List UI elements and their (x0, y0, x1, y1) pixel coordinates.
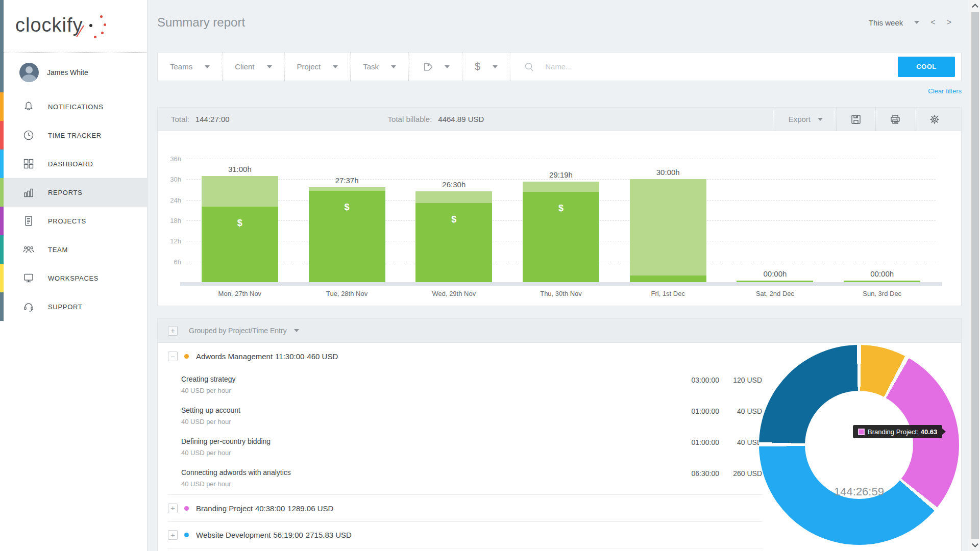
clear-filters-link[interactable]: Clear filters (928, 87, 962, 95)
bar-sun[interactable]: 00:00h (828, 159, 936, 282)
document-icon (22, 215, 35, 227)
bar-chart-plot: 36h30h24h18h12h6h31:00h$27:37h$26:30h$29… (186, 159, 936, 282)
page-scrollbar[interactable] (970, 0, 980, 551)
sidebar-item-workspaces[interactable]: WORKSPACES (0, 264, 147, 292)
filter-project-dropdown[interactable]: Project (285, 53, 351, 81)
entry-duration: 03:00:00 (692, 376, 720, 384)
user-profile[interactable]: James White (0, 53, 147, 92)
search-input[interactable] (544, 62, 850, 71)
save-report-button[interactable] (837, 108, 875, 131)
bar-wed[interactable]: 26:30h$ (400, 159, 507, 282)
bar-thu[interactable]: 29:19h$ (507, 159, 615, 282)
export-label: Export (789, 115, 811, 123)
floppy-disk-icon (850, 113, 862, 126)
project-group-row[interactable]: +Branding Project40:38:001289.06 USD (168, 494, 762, 521)
time-entry-row[interactable]: Creating strategy40 USD per hour03:00:00… (168, 370, 762, 401)
project-group-row[interactable]: −Adwords Management11:30:00460 USD (168, 343, 762, 370)
sidebar-accent-strip (0, 178, 4, 207)
chevron-down-icon[interactable] (914, 21, 919, 24)
sidebar-item-label: WORKSPACES (48, 274, 99, 282)
sidebar-item-projects[interactable]: PROJECTS (0, 207, 147, 235)
sidebar-item-team[interactable]: TEAM (0, 235, 147, 264)
logo[interactable]: clockify (0, 0, 147, 53)
bar-tue[interactable]: 27:37h$ (293, 159, 401, 282)
scrollbar-thumb[interactable] (971, 12, 979, 539)
settings-button[interactable] (915, 108, 954, 131)
filter-task-dropdown[interactable]: Task (351, 53, 408, 81)
export-dropdown[interactable]: Export (775, 108, 836, 131)
period-label[interactable]: This week (869, 18, 903, 27)
entry-name: Connecting adwords with analytics (181, 468, 762, 477)
dollar-icon: $ (475, 61, 480, 72)
filter-tag-dropdown[interactable] (409, 53, 462, 81)
chevron-down-icon (333, 65, 338, 68)
entry-name: Creating strategy (181, 375, 762, 383)
chart-baseline (180, 282, 942, 286)
bar-total-label: 30:00h (656, 168, 680, 177)
sidebar-item-label: REPORTS (48, 189, 83, 196)
collapse-group-button[interactable]: − (168, 352, 178, 361)
project-color-dot (184, 506, 189, 511)
logo-dot (104, 23, 106, 26)
chevron-down-icon (493, 65, 498, 68)
sidebar: clockify James White NOTIFICATIONSTIME T… (0, 0, 148, 551)
project-name: Adwords Management (196, 352, 273, 361)
logo-dot (94, 36, 96, 38)
gear-icon (928, 113, 941, 126)
filter-client-dropdown[interactable]: Client (223, 53, 284, 81)
monitor-icon (22, 272, 35, 284)
next-period-button[interactable]: > (947, 18, 951, 27)
previous-period-button[interactable]: < (930, 18, 935, 27)
donut-hole: 144:26:59 (805, 391, 913, 499)
sidebar-item-time-tracker[interactable]: TIME TRACKER (0, 121, 147, 149)
scroll-down-icon[interactable] (972, 541, 978, 547)
entry-values: 01:00:0040 USD (692, 407, 763, 415)
entry-duration: 06:30:00 (692, 469, 720, 478)
expand-group-button[interactable]: + (168, 504, 178, 513)
project-summary-text: Adwords Management11:30:00460 USD (196, 352, 340, 361)
apply-filter-button[interactable]: COOL (898, 57, 955, 77)
entry-duration: 01:00:00 (692, 438, 720, 446)
sidebar-item-dashboard[interactable]: DASHBOARD (0, 149, 147, 178)
sidebar-item-reports[interactable]: REPORTS (0, 178, 147, 207)
clockify-app: clockify James White NOTIFICATIONSTIME T… (0, 0, 980, 551)
people-icon (22, 243, 35, 256)
bar-segment-nonbillable (202, 176, 278, 207)
time-entry-row[interactable]: Defining per-country bidding40 USD per h… (168, 432, 762, 463)
bar-mon[interactable]: 31:00h$ (186, 159, 293, 282)
project-summary-text: Branding Project40:38:001289.06 USD (196, 504, 336, 513)
sidebar-item-support[interactable]: SUPPORT (0, 292, 147, 321)
sidebar-accent-strip (0, 207, 4, 235)
entry-rate: 40 USD per hour (181, 480, 762, 488)
chevron-down-icon[interactable] (294, 329, 299, 332)
bar-sat[interactable]: 00:00h (722, 159, 829, 282)
tooltip-label: Branding Project: (868, 428, 919, 436)
avatar (19, 63, 39, 82)
topbar: Summary report This week < > (148, 0, 970, 45)
filter-dollar-dropdown[interactable]: $ (462, 53, 510, 81)
project-duration: 11:30:00 (275, 352, 304, 361)
bar-chart-icon (22, 186, 35, 198)
scroll-up-icon[interactable] (972, 4, 978, 10)
sidebar-item-notifications[interactable]: NOTIFICATIONS (0, 92, 147, 121)
weekly-bar-chart: 36h30h24h18h12h6h31:00h$27:37h$26:30h$29… (158, 131, 961, 306)
bar-segment-billable: $ (202, 207, 278, 282)
sidebar-accent-strip (0, 0, 4, 92)
summary-chart-card: Total: 144:27:00 Total billable: 4464.89… (157, 107, 962, 306)
bars-row: 31:00h$27:37h$26:30h$29:19h$30:00h00:00h… (186, 159, 936, 282)
tooltip-color-swatch (858, 429, 865, 435)
filter-dropdowns: TeamsClientProjectTask$ (158, 53, 510, 81)
time-entry-row[interactable]: Setting up account40 USD per hour01:00:0… (168, 401, 762, 432)
project-group-row[interactable]: +Website Development56:19:002715.83 USD (168, 521, 762, 548)
entry-amount: 260 USD (728, 469, 762, 478)
print-button[interactable] (876, 108, 915, 131)
expand-group-button[interactable]: + (168, 530, 178, 540)
entry-name: Defining per-country bidding (181, 437, 762, 445)
bar-segment-zero (844, 281, 920, 282)
bar-fri[interactable]: 30:00h (615, 159, 722, 282)
filter-teams-dropdown[interactable]: Teams (158, 53, 222, 81)
expand-all-button[interactable]: + (168, 326, 178, 336)
time-entry-row[interactable]: Connecting adwords with analytics40 USD … (168, 463, 762, 494)
project-donut-chart[interactable]: 144:26:59 (759, 345, 959, 545)
filter-label: Project (297, 62, 321, 71)
